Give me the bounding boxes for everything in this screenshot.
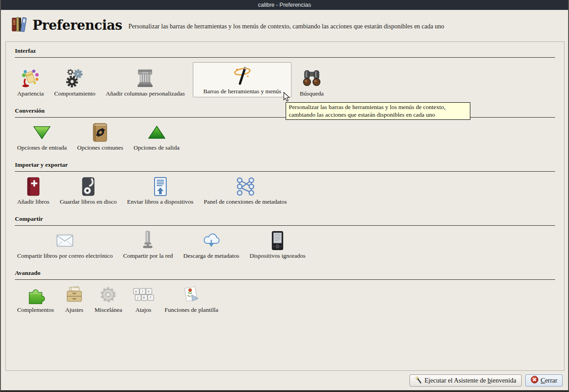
pref-item-label: Guardar libros en disco: [60, 198, 117, 205]
section-title: Conversión: [15, 107, 555, 115]
input-options-icon: [32, 122, 52, 143]
pref-item-label: Añadir libros: [17, 198, 50, 205]
svg-text:o: o: [148, 289, 150, 293]
pref-item-ajustes[interactable]: Ajustes: [62, 284, 86, 314]
close-button[interactable]: Cerrar: [525, 374, 563, 387]
behavior-icon: [64, 68, 85, 89]
pref-item-guardar-disco[interactable]: Guardar libros en disco: [58, 176, 119, 205]
pref-item-label: Panel de conexiones de metadatos: [204, 198, 287, 205]
template-functions-icon: [182, 284, 201, 305]
shortcuts-icon: uio jkl: [132, 284, 154, 305]
section-title: Avanzado: [15, 269, 555, 278]
wizard-label-pre: Ejecutar el Asistente de: [424, 377, 487, 384]
items-row: Compartir libros por correo electrónico …: [15, 230, 555, 260]
mouse-cursor-icon: [283, 92, 290, 104]
pref-item-label: Complementos: [17, 306, 54, 314]
pref-item-apariencia[interactable]: Apariencia: [15, 68, 46, 97]
calibre-books-icon: [11, 16, 28, 34]
pref-item-dispositivos-ignorados[interactable]: Dispositivos ignorados: [247, 230, 308, 260]
tooltip-text: Personalizar las barras de herramientas …: [289, 104, 446, 118]
svg-text:j: j: [137, 296, 138, 300]
pref-item-busqueda[interactable]: Búsqueda: [297, 68, 326, 97]
pref-item-anadir-columnas[interactable]: Añadir columnas personalizadas: [104, 68, 187, 97]
pref-item-anadir-libros[interactable]: Añadir libros: [15, 176, 52, 205]
section-rule: [15, 117, 555, 118]
pref-item-enviar-dispositivos[interactable]: Enviar libros a dispositivos: [125, 176, 196, 205]
section-title: Compartir: [15, 215, 555, 223]
pref-item-label: Barras de herramientas y menús: [203, 88, 281, 95]
pref-item-label: Añadir columnas personalizadas: [106, 90, 185, 97]
pref-item-panel-conexiones[interactable]: Panel de conexiones de metadatos: [201, 176, 289, 205]
pref-item-label: Opciones de salida: [134, 144, 180, 151]
email-share-icon: [56, 230, 73, 251]
metadata-plugboard-icon: [235, 176, 256, 197]
pref-item-opciones-comunes[interactable]: Opciones comunes: [75, 122, 125, 151]
svg-text:i: i: [142, 289, 143, 293]
metadata-download-icon: [201, 230, 221, 251]
pref-item-funciones-plantilla[interactable]: Funciones de plantilla: [162, 284, 220, 314]
section-title: Interfaz: [15, 47, 555, 55]
window-titlebar[interactable]: calibre - Preferencias: [1, 0, 568, 10]
pref-item-label: Apariencia: [17, 90, 44, 97]
pref-item-barras-herramientas[interactable]: Barras de herramientas y menús: [193, 62, 291, 97]
send-to-device-icon: [153, 176, 168, 197]
section-rule: [15, 57, 555, 58]
pref-item-compartir-correo[interactable]: Compartir libros por correo electrónico: [15, 230, 115, 260]
page-subtitle: Personalizar las barras de herramientas …: [128, 23, 444, 30]
items-row: Complementos Ajustes: [15, 284, 555, 314]
svg-text:l: l: [150, 296, 151, 300]
section-rule: [15, 171, 555, 172]
wand-icon: [415, 376, 422, 386]
items-row: Opciones de entrada Opciones comunes: [15, 122, 555, 151]
wizard-label-post: ienvenida: [491, 377, 516, 384]
pref-item-opciones-entrada[interactable]: Opciones de entrada: [15, 122, 69, 151]
pref-item-label: Compartir por la red: [123, 252, 173, 260]
add-books-icon: [26, 176, 41, 197]
search-icon: [301, 68, 322, 89]
toolbars-menus-icon: [231, 66, 254, 87]
footer-button-bar: Ejecutar el Asistente de bienvenida Cerr…: [1, 374, 563, 387]
pref-item-label: Búsqueda: [300, 90, 323, 97]
ignored-devices-icon: [271, 230, 284, 251]
pref-item-complementos[interactable]: Complementos: [15, 284, 56, 314]
output-options-icon: [147, 122, 167, 143]
tweaks-icon: [64, 284, 84, 305]
plugins-icon: [26, 284, 46, 305]
pref-item-label: Comportamiento: [54, 90, 96, 97]
pref-item-miscelanea[interactable]: Miscelánea: [92, 284, 124, 314]
pref-item-label: Atajos: [136, 306, 151, 314]
pref-item-descarga-metadatos[interactable]: Descarga de metadatos: [181, 230, 241, 260]
run-welcome-wizard-button[interactable]: Ejecutar el Asistente de bienvenida: [410, 374, 522, 387]
page-header: Preferencias Personalizar las barras de …: [1, 10, 568, 39]
pref-item-label: Compartir libros por correo electrónico: [17, 252, 113, 260]
items-row: Añadir libros Guardar libros en disco: [15, 176, 555, 205]
pref-item-compartir-red[interactable]: Compartir por la red: [121, 230, 175, 260]
pref-item-comportamiento[interactable]: Comportamiento: [52, 68, 98, 97]
pref-item-atajos[interactable]: uio jkl Atajos: [130, 284, 156, 314]
pref-item-label: Miscelánea: [95, 306, 122, 314]
pref-item-label: Ajustes: [65, 306, 84, 314]
page-title: Preferencias: [32, 18, 122, 33]
section-avanzado: Avanzado Complementos: [15, 269, 555, 314]
pref-item-opciones-salida[interactable]: Opciones de salida: [132, 122, 182, 151]
misc-gear-icon: [99, 284, 118, 305]
pref-item-label: Descarga de metadatos: [183, 252, 239, 260]
section-compartir: Compartir Compartir libros por correo el…: [15, 215, 555, 260]
pref-item-label: Enviar libros a dispositivos: [127, 198, 193, 205]
add-columns-icon: [135, 68, 155, 89]
preferences-panel: Interfaz: [5, 41, 564, 371]
section-conversion: Conversión Opciones de entrada: [15, 107, 555, 151]
pref-item-label: Opciones comunes: [77, 144, 123, 151]
close-x-icon: [531, 376, 538, 385]
appearance-icon: [20, 68, 41, 89]
svg-text:u: u: [135, 289, 137, 293]
section-title: Importar y exportar: [15, 161, 555, 169]
pref-item-label: Dispositivos ignorados: [250, 252, 305, 260]
section-importar-exportar: Importar y exportar Añadir libros: [15, 161, 555, 205]
network-share-icon: [142, 230, 154, 251]
common-options-icon: [91, 122, 109, 143]
pref-item-label: Opciones de entrada: [17, 144, 67, 151]
section-rule: [15, 225, 555, 226]
pref-item-label: Funciones de plantilla: [164, 306, 218, 314]
close-label-post: errar: [545, 377, 557, 384]
